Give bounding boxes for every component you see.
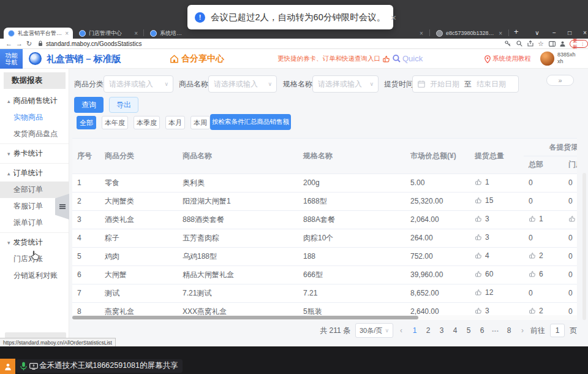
cell-value: 0 — [529, 234, 533, 242]
page-number[interactable]: 6 — [477, 323, 488, 338]
page-number[interactable]: 3 — [436, 323, 447, 338]
cell-store: 0 — [564, 302, 577, 316]
share-icon[interactable] — [527, 39, 533, 48]
cell-no: 8 — [72, 302, 100, 316]
microphone-icon[interactable] — [20, 362, 27, 371]
share-center-link[interactable]: 合分享中心 — [170, 53, 224, 64]
tab-favicon — [79, 30, 86, 37]
key-icon[interactable] — [505, 39, 511, 48]
sidebar-item[interactable]: 实物商品 — [0, 109, 69, 126]
tab-close-icon[interactable]: × — [134, 30, 138, 37]
back-icon[interactable]: ← — [6, 39, 12, 48]
thumb-up-icon — [475, 270, 482, 280]
range-button[interactable]: 本季度 — [134, 116, 160, 129]
table-row[interactable]: 3酒类礼盒888酒类套餐888A套餐2,064.0031 — [72, 210, 577, 229]
start-date-placeholder[interactable]: 开始日期 — [430, 79, 459, 90]
caret-up-icon: ▴ — [7, 170, 10, 177]
page-list: 123456•••8 — [409, 323, 514, 338]
thumb-up-icon — [475, 289, 482, 298]
table-row[interactable]: 6大闸蟹精品大闸蟹礼盒666型39,960.006060 — [72, 265, 577, 284]
window-maximize-button[interactable]: □ — [564, 27, 576, 38]
banner-close-icon[interactable]: × — [391, 12, 396, 23]
house-icon — [170, 55, 179, 63]
chrome-update-button[interactable]: 更新 ⋮ — [570, 40, 588, 48]
range-button[interactable]: 本月 — [165, 116, 185, 129]
sidebar-item[interactable]: ▴订单统计 — [0, 165, 69, 181]
side-panel-icon[interactable] — [549, 39, 556, 48]
prev-page-icon[interactable]: ‹ — [398, 326, 404, 335]
function-nav-toggle[interactable]: 功能 导航 — [0, 49, 23, 69]
range-button[interactable]: 本周 — [190, 116, 210, 129]
sidebar-item[interactable]: ▾发货统计 — [0, 234, 69, 251]
page-number[interactable]: 8 — [503, 323, 514, 338]
header-category: 商品分类 — [100, 139, 178, 174]
end-date-placeholder[interactable]: 结束日期 — [477, 79, 506, 90]
spec-select[interactable]: 请选择或输入 ∨ — [312, 75, 379, 93]
browser-tab-2[interactable]: 门店管理中心 × — [75, 28, 142, 39]
page-number[interactable]: 2 — [423, 323, 434, 338]
sidebar-item[interactable]: 全部订单 — [0, 181, 69, 198]
expand-filters-button[interactable]: » — [546, 75, 574, 86]
export-button[interactable]: 导出 — [109, 97, 138, 113]
quick-search[interactable]: Quick — [393, 54, 423, 63]
sidebar-item[interactable]: 发货商品盘点 — [0, 126, 69, 142]
table-row[interactable]: 2大闸蟹类阳澄湖大闸蟹11688型25,320.001500 — [72, 192, 577, 210]
cell-spec: 200g — [298, 174, 405, 192]
table-row[interactable]: 8燕窝礼盒XXX燕窝礼盒5瓶装2,640.00320 — [72, 302, 577, 316]
cell-pickup: 3 — [470, 302, 524, 316]
sidebar-item[interactable]: ▴商品销售统计 — [0, 93, 69, 109]
cell-name: 888酒类套餐 — [178, 210, 298, 229]
tutorial-link[interactable]: 系统使用教程 — [484, 55, 531, 63]
date-range-input[interactable]: 开始日期 至 结束日期 — [412, 75, 519, 93]
goto-page-input[interactable] — [550, 324, 565, 337]
summary-button[interactable]: 按检索条件汇总商品销售额 — [210, 114, 291, 130]
page-number[interactable]: 5 — [463, 323, 474, 338]
page-size-select[interactable]: 30条/页 ∨ — [355, 323, 393, 338]
window-menu-icon[interactable]: ∨ — [531, 27, 543, 38]
range-button[interactable]: 全部 — [77, 116, 96, 129]
browser-tab-1[interactable]: 礼盒营销平台管理中心 × — [4, 28, 73, 39]
page-number[interactable]: ••• — [490, 323, 501, 338]
url-text[interactable]: standard.maboy.cn/GoodsStatistics — [46, 39, 142, 48]
page-number[interactable]: 4 — [450, 323, 461, 338]
browser-tab-hidden-close[interactable]: × — [415, 28, 429, 39]
scrollbar-thumb[interactable] — [72, 316, 418, 319]
zoom-icon[interactable] — [516, 39, 522, 48]
sidebar-item[interactable]: 派单订单 — [0, 215, 69, 231]
next-page-icon[interactable]: › — [519, 326, 526, 335]
tab-close-icon[interactable]: × — [499, 30, 502, 37]
reload-icon[interactable]: ↻ — [26, 39, 32, 48]
cell-hq: 2 — [524, 247, 564, 265]
goto-unit: 页 — [570, 326, 577, 336]
tab-close-icon[interactable]: × — [65, 30, 69, 37]
browser-tab-4[interactable]: e8c573980b1328a258fd2e6 × — [432, 28, 507, 39]
table-row[interactable]: 4粽子五芳斋肉粽肉粽10个264.00300 — [72, 229, 577, 247]
vertical-scrollbar[interactable] — [582, 173, 586, 320]
window-close-button[interactable]: × — [579, 27, 588, 38]
profile-icon[interactable] — [559, 39, 566, 48]
select-placeholder: 请选择或输入 — [109, 79, 153, 90]
category-select[interactable]: 请选择或输入 ∨ — [104, 75, 173, 93]
range-button[interactable]: 本年度 — [102, 116, 128, 129]
table-row[interactable]: 7测试7.21测试7.218,652.001200 — [72, 284, 577, 302]
page-number[interactable]: 1 — [409, 323, 420, 338]
forward-icon[interactable]: → — [16, 39, 23, 48]
calendar-icon — [418, 80, 425, 88]
browser-tab-3[interactable]: 系统培训学习 — [146, 28, 190, 39]
table-row[interactable]: 1零食奥利奥200g5.00100 — [72, 174, 577, 192]
meeting-app-icon[interactable] — [0, 359, 15, 374]
name-select[interactable]: 请选择或输入 ∨ — [208, 75, 277, 93]
table-row[interactable]: 5鸡肉乌鸡188型188752.00420 — [72, 247, 577, 265]
tab-close-icon[interactable]: × — [420, 30, 423, 37]
query-button[interactable]: 查询 — [74, 97, 104, 113]
sidebar-item[interactable]: ▾券卡统计 — [0, 145, 69, 162]
horizontal-scrollbar[interactable] — [72, 315, 577, 320]
sidebar-item[interactable]: 分销返利对账 — [0, 267, 69, 284]
bookmark-star-icon[interactable]: ☆ — [538, 39, 544, 48]
window-minimize-button[interactable]: − — [548, 27, 560, 38]
user-avatar[interactable] — [540, 52, 554, 66]
thumb-up-icon — [529, 252, 536, 261]
new-tab-button[interactable]: + — [514, 27, 519, 36]
tab-title: e8c573980b1328a258fd2e6 — [446, 30, 496, 36]
cell-no: 1 — [72, 174, 100, 192]
